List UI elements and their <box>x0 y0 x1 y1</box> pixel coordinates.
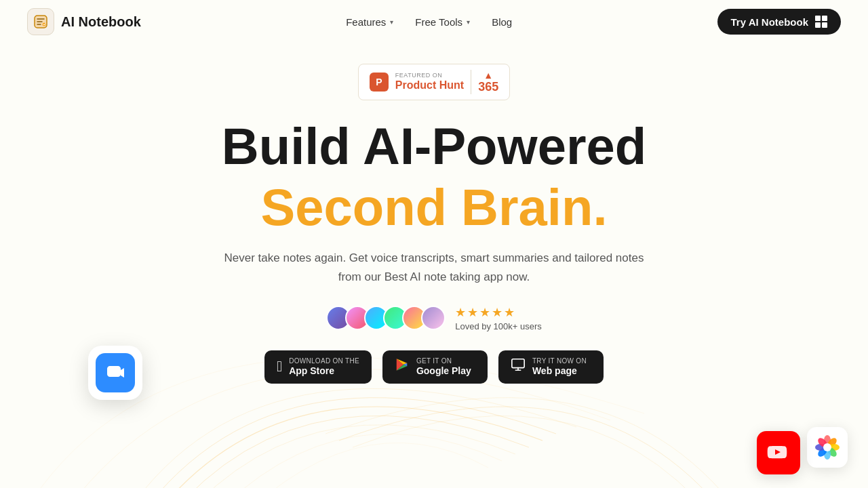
hero-subtitle: Never take notes again. Get voice transc… <box>224 249 644 285</box>
web-page-button[interactable]: Try it now on Web page <box>498 350 604 384</box>
qr-icon <box>815 16 827 28</box>
youtube-widget <box>757 431 800 474</box>
apple-icon:  <box>277 358 282 375</box>
svg-point-2 <box>43 23 46 26</box>
logo-text: AI Notebook <box>61 14 141 30</box>
hero-title-line1: Build AI-Powered <box>222 119 646 174</box>
star-2: ★ <box>467 305 478 320</box>
google-play-icon <box>395 357 410 376</box>
nav-blog[interactable]: Blog <box>492 16 512 28</box>
social-proof: ★ ★ ★ ★ ★ Loved by 100k+ users <box>326 305 542 331</box>
monitor-icon <box>511 357 526 376</box>
user-avatars <box>326 306 446 330</box>
google-play-button[interactable]: GET IT ON Google Play <box>382 350 488 384</box>
chevron-down-icon: ▾ <box>390 18 393 26</box>
chevron-down-icon: ▾ <box>467 18 470 26</box>
ph-text: FEATURED ON Product Hunt <box>395 73 464 91</box>
nav-links: Features ▾ Free Tools ▾ Blog <box>346 16 512 28</box>
main-content: P FEATURED ON Product Hunt ▲ 365 Build A… <box>0 43 868 384</box>
star-4: ★ <box>492 305 502 320</box>
photos-widget <box>807 427 848 468</box>
svg-rect-3 <box>512 359 524 368</box>
ph-score: ▲ 365 <box>478 70 498 94</box>
zoom-icon <box>96 353 135 392</box>
navbar: AI Notebook Features ▾ Free Tools ▾ Blog… <box>0 0 868 43</box>
hero-title-line2: Second Brain. <box>261 179 608 236</box>
logo[interactable]: AI Notebook <box>27 8 141 35</box>
ph-icon: P <box>370 73 389 92</box>
app-store-button[interactable]:  Download on the App Store <box>264 350 372 384</box>
ph-divider <box>471 70 471 94</box>
logo-icon <box>27 8 54 35</box>
product-hunt-badge[interactable]: P FEATURED ON Product Hunt ▲ 365 <box>358 64 510 100</box>
rating-text: Loved by 100k+ users <box>455 321 542 331</box>
ph-upvote-icon: ▲ <box>484 70 493 80</box>
nav-free-tools[interactable]: Free Tools ▾ <box>415 16 470 28</box>
star-rating: ★ ★ ★ ★ ★ <box>455 305 515 320</box>
svg-point-13 <box>823 443 831 451</box>
nav-features[interactable]: Features ▾ <box>346 16 393 28</box>
zoom-widget <box>88 346 142 400</box>
cta-buttons:  Download on the App Store GET IT ON Go… <box>264 350 604 384</box>
star-3: ★ <box>479 305 490 320</box>
star-5: ★ <box>504 305 515 320</box>
try-ai-notebook-button[interactable]: Try AI Notebook <box>717 9 841 35</box>
star-1: ★ <box>455 305 466 320</box>
rating-block: ★ ★ ★ ★ ★ Loved by 100k+ users <box>455 305 542 331</box>
avatar <box>421 306 446 330</box>
